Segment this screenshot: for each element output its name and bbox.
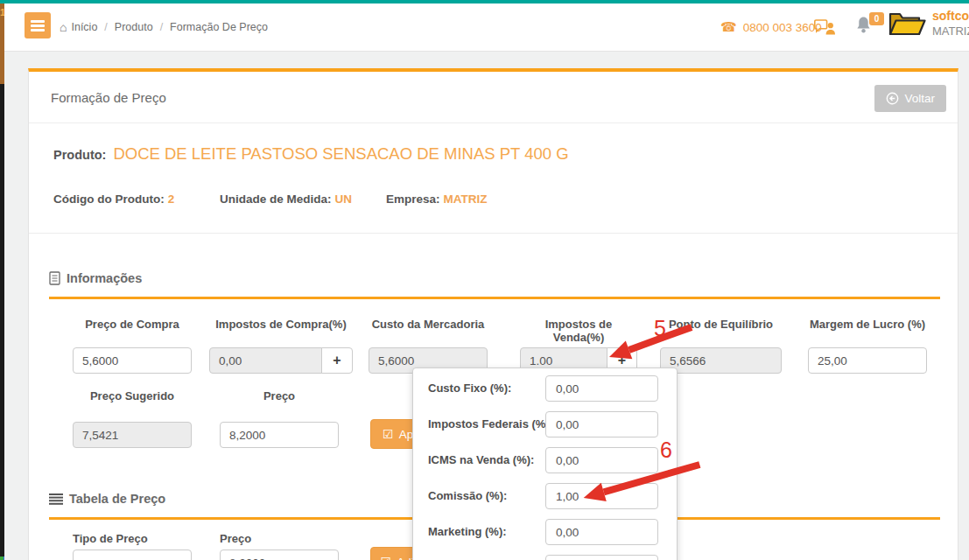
support-phone-link[interactable]: ☎ 0800 003 3600 (720, 4, 822, 51)
popup-label-impostos-federais: Impostos Federais (%): (428, 417, 553, 430)
phone-number: 0800 003 3600 (743, 21, 822, 34)
product-line: Produto: DOCE DE LEITE PASTOSO SENSACAO … (53, 144, 569, 164)
sale-taxes-popup: Custo Fixo (%): Impostos Federais (%): I… (412, 368, 678, 560)
top-nav: ⌂ Início / Produto / Formação De Preço ☎… (4, 4, 969, 52)
home-icon: ⌂ (60, 20, 67, 34)
breadcrumb-item-produto[interactable]: Produto (115, 21, 153, 33)
preco-sugerido-input[interactable] (73, 422, 192, 448)
product-code: Código do Produto:2 (53, 192, 174, 206)
price-table-section-title: Tabela de Preço (49, 492, 165, 506)
field-label-tipo-de-preco: Tipo de Preço (73, 532, 192, 545)
price-table-preco-input[interactable] (220, 550, 339, 560)
unit-of-measure: Unidade de Medida:UN (220, 192, 352, 206)
account-button[interactable]: softcom MATRIZ (887, 9, 969, 38)
top-accent-strip (0, 0, 969, 4)
chat-user-icon (814, 19, 837, 35)
field-label-impostos-de-venda: Impostos de Venda(%) (520, 318, 637, 344)
margem-de-lucro-input[interactable] (808, 347, 927, 374)
impostos-de-compra-plus-button[interactable]: + (321, 347, 353, 374)
company-meta: Empresa:MATRIZ (386, 192, 488, 206)
divider (29, 122, 958, 123)
back-button[interactable]: Voltar (874, 85, 946, 112)
popup-label-marketing: Marketing (%): (428, 525, 507, 538)
breadcrumb: ⌂ Início / Produto / Formação De Preço (60, 4, 268, 51)
info-section-title: Informações (49, 271, 142, 285)
back-button-label: Voltar (904, 92, 935, 105)
impostos-federais-input[interactable] (545, 411, 658, 438)
breadcrumb-item-formacao-de-preco[interactable]: Formação De Preço (170, 21, 268, 33)
divider (29, 233, 958, 234)
field-label-preco-sugerido: Preço Sugerido (73, 389, 192, 402)
menu-button[interactable] (25, 12, 51, 38)
unit-value: UN (335, 192, 353, 206)
notification-badge: 0 (869, 12, 884, 25)
popup-label-comissao: Comissão (%): (428, 489, 507, 502)
collapsed-sidebar-sliver: 1 (0, 4, 4, 560)
hamburger-icon (31, 20, 45, 23)
plus-icon: + (333, 353, 341, 368)
page-title: Formação de Preço (51, 90, 166, 105)
preco-input[interactable] (220, 422, 339, 448)
arrow-circle-left-icon (886, 92, 899, 105)
section-underline (49, 297, 940, 299)
chat-button[interactable] (813, 19, 838, 37)
brand-name: softcom (932, 9, 969, 24)
folder-open-icon (887, 10, 927, 38)
annotation-number-6: 6 (660, 438, 672, 463)
popup-label-custo-fixo: Custo Fixo (%): (428, 382, 511, 395)
popup-extra-input[interactable] (545, 555, 658, 560)
field-label-preco: Preço (220, 389, 339, 402)
checkbox-check-icon: ☑ (383, 427, 394, 441)
marketing-input[interactable] (545, 519, 658, 545)
field-label-margem-de-lucro: Margem de Lucro (%) (808, 318, 927, 331)
notifications-button[interactable]: 0 (855, 16, 887, 44)
price-type-select[interactable] (73, 550, 192, 560)
product-name: DOCE DE LEITE PASTOSO SENSACAO DE MINAS … (113, 144, 568, 164)
field-label-impostos-de-compra: Impostos de Compra(%) (209, 318, 353, 331)
impostos-de-compra-input[interactable] (209, 347, 322, 374)
field-label-preco-de-compra: Preço de Compra (73, 318, 192, 331)
ponto-de-equilibrio-input[interactable] (660, 347, 782, 374)
product-code-value: 2 (168, 192, 175, 206)
field-label-custo-da-mercadoria: Custo da Mercadoria (369, 318, 488, 331)
breadcrumb-item-inicio[interactable]: Início (71, 21, 97, 33)
checkbox-check-icon: ☑ (381, 555, 392, 560)
list-icon (49, 494, 63, 505)
sidebar-sliver-dots (0, 556, 4, 560)
preco-de-compra-input[interactable] (73, 347, 192, 374)
breadcrumb-separator: / (160, 21, 163, 33)
company-name: MATRIZ (932, 24, 969, 38)
field-label-preco-tabela: Preço (220, 532, 339, 545)
custo-fixo-input[interactable] (545, 375, 658, 402)
file-text-icon (49, 271, 60, 285)
popup-label-icms-na-venda: ICMS na Venda (%): (428, 453, 534, 466)
product-label: Produto: (53, 148, 106, 162)
phone-icon: ☎ (720, 19, 737, 35)
breadcrumb-separator: / (104, 21, 107, 33)
company-value: MATRIZ (444, 192, 488, 206)
